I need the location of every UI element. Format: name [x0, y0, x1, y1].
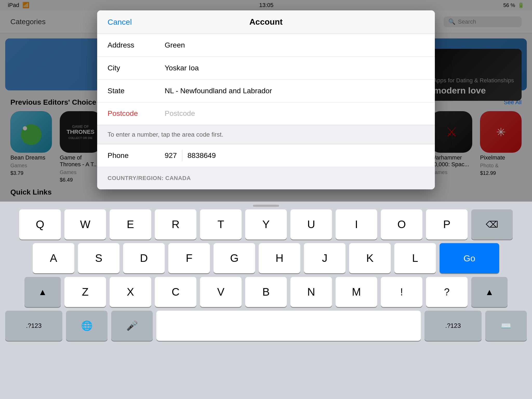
key-d[interactable]: D	[123, 243, 165, 273]
key-o[interactable]: O	[381, 209, 422, 240]
keyboard-row-1: Q W E R T Y U I O P ⌫	[0, 209, 532, 240]
state-value[interactable]: NL - Newfoundland and Labrador	[165, 87, 424, 95]
key-r[interactable]: R	[155, 209, 196, 240]
address-label: Address	[108, 41, 165, 49]
cancel-button[interactable]: Cancel	[108, 18, 132, 26]
postcode-row[interactable]: Postcode Postcode	[97, 102, 435, 125]
key-p[interactable]: P	[426, 209, 468, 240]
key-i[interactable]: I	[336, 209, 377, 240]
modal-title: Account	[249, 17, 283, 27]
address-value[interactable]: Green	[165, 41, 424, 49]
key-m[interactable]: M	[336, 277, 377, 307]
hint-text: To enter a number, tap the area code fir…	[108, 131, 424, 138]
key-v[interactable]: V	[200, 277, 242, 307]
key-u[interactable]: U	[290, 209, 332, 240]
key-shift-right[interactable]: ▲	[471, 277, 508, 307]
key-c[interactable]: C	[155, 277, 196, 307]
key-q[interactable]: Q	[19, 209, 61, 240]
key-space[interactable]	[156, 311, 421, 341]
city-row[interactable]: City Yoskar Ioa	[97, 57, 435, 79]
address-row[interactable]: Address Green	[97, 34, 435, 57]
phone-divider	[182, 150, 182, 161]
phone-hint: To enter a number, tap the area code fir…	[97, 125, 435, 144]
key-a[interactable]: A	[33, 243, 74, 273]
key-k[interactable]: K	[349, 243, 391, 273]
key-sym-left[interactable]: .?123	[5, 311, 62, 341]
account-modal: Cancel Account Address Green City Yoskar…	[97, 10, 435, 189]
keyboard-row-3: ▲ Z X C V B N M ! ? ▲	[0, 277, 532, 307]
keyboard-row-2: A S D F G H J K L Go	[0, 243, 532, 273]
phone-row[interactable]: Phone 927 8838649	[97, 144, 435, 167]
key-z[interactable]: Z	[64, 277, 106, 307]
key-globe[interactable]: 🌐	[66, 311, 108, 341]
key-e[interactable]: E	[110, 209, 151, 240]
city-value[interactable]: Yoskar Ioa	[165, 64, 424, 72]
key-g[interactable]: G	[214, 243, 255, 273]
key-f[interactable]: F	[168, 243, 210, 273]
key-b[interactable]: B	[245, 277, 287, 307]
country-text: COUNTRY/REGION: CANADA	[108, 175, 424, 182]
postcode-label: Postcode	[108, 109, 165, 118]
state-row[interactable]: State NL - Newfoundland and Labrador	[97, 79, 435, 102]
key-question[interactable]: ?	[426, 277, 468, 307]
key-mic[interactable]: 🎤	[111, 311, 153, 341]
key-w[interactable]: W	[64, 209, 106, 240]
phone-label: Phone	[108, 151, 165, 160]
key-sym-right[interactable]: .?123	[424, 311, 482, 341]
key-shift-left[interactable]: ▲	[24, 277, 61, 307]
phone-area-code[interactable]: 927	[165, 151, 177, 160]
key-l[interactable]: L	[394, 243, 436, 273]
key-t[interactable]: T	[200, 209, 242, 240]
country-region: COUNTRY/REGION: CANADA	[97, 167, 435, 189]
keyboard: Q W E R T Y U I O P ⌫ A S D F G H J K L …	[0, 202, 532, 399]
keyboard-row-4: .?123 🌐 🎤 .?123 ⌨️	[0, 311, 532, 341]
key-x[interactable]: X	[110, 277, 151, 307]
key-j[interactable]: J	[304, 243, 345, 273]
key-y[interactable]: Y	[245, 209, 287, 240]
key-s[interactable]: S	[78, 243, 119, 273]
key-n[interactable]: N	[290, 277, 332, 307]
state-label: State	[108, 87, 165, 95]
keyboard-handle	[253, 205, 279, 207]
key-keyboard-dismiss[interactable]: ⌨️	[485, 311, 527, 341]
key-go[interactable]: Go	[440, 243, 499, 273]
key-exclaim[interactable]: !	[381, 277, 422, 307]
modal-header: Cancel Account	[97, 10, 435, 34]
key-h[interactable]: H	[259, 243, 300, 273]
phone-number[interactable]: 8838649	[188, 151, 216, 160]
postcode-input[interactable]: Postcode	[165, 109, 424, 118]
key-backspace[interactable]: ⌫	[471, 209, 513, 240]
city-label: City	[108, 64, 165, 72]
